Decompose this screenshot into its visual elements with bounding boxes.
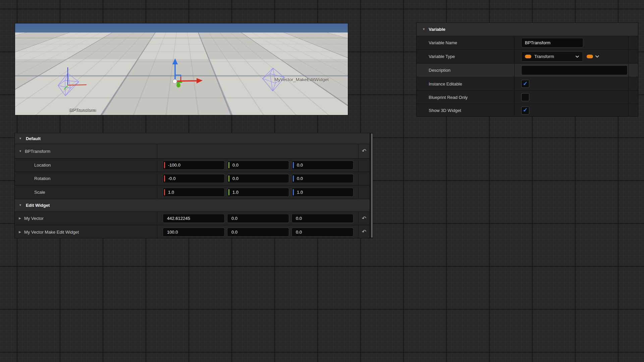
variable-name-row: Variable Name xyxy=(417,36,638,50)
variable-category-title: Variable xyxy=(429,27,445,32)
rotation-row: Rotation xyxy=(15,172,370,185)
class-defaults-panel: ▼ Default ▼ BPTransform ↶ Location xyxy=(14,133,370,238)
scale-label: Scale xyxy=(34,190,45,195)
scale-z-input[interactable] xyxy=(291,188,354,197)
collapse-arrow-icon[interactable]: ▼ xyxy=(422,28,425,31)
collapse-arrow-icon[interactable]: ▼ xyxy=(19,204,22,207)
blueprint-graph-background[interactable]: BPTransform MyVector_MakeEditWidget ▼ Va… xyxy=(0,0,644,362)
rotation-x-input[interactable] xyxy=(163,174,225,183)
collapse-arrow-icon[interactable]: ▼ xyxy=(19,137,22,140)
bptransform-widget-wireframe[interactable] xyxy=(58,73,79,96)
details-scrollbar-track[interactable] xyxy=(370,133,373,238)
location-z-input[interactable] xyxy=(291,161,354,170)
expand-arrow-icon[interactable]: ▶ xyxy=(19,217,21,220)
rotation-label: Rotation xyxy=(34,176,50,181)
gizmo-x-axis-arrow[interactable] xyxy=(177,81,198,81)
my-vector-z-input[interactable] xyxy=(291,214,354,223)
translate-gizmo[interactable] xyxy=(172,58,203,87)
my-vector-label: My Vector xyxy=(24,216,44,221)
variable-type-row: Variable Type Transform xyxy=(417,50,638,63)
my-vector-z-field xyxy=(291,214,354,223)
my-vector-make-x-field xyxy=(163,228,225,237)
container-single-pill-icon xyxy=(587,55,593,58)
myvector-widget-label: MyVector_MakeEditWidget xyxy=(274,77,329,82)
rotation-z-field xyxy=(291,174,354,183)
my-vector-x-input[interactable] xyxy=(163,214,225,223)
bptransform-value-area xyxy=(157,144,358,158)
x-axis-color-bar xyxy=(164,162,165,168)
location-z-field xyxy=(291,161,354,170)
my-vector-make-z-field xyxy=(291,228,354,237)
description-row: Description xyxy=(417,64,638,77)
show-3d-widget-label: Show 3D Widget xyxy=(429,108,461,113)
y-axis-color-bar xyxy=(228,189,229,195)
description-input[interactable] xyxy=(521,65,628,75)
my-vector-y-input[interactable] xyxy=(227,214,289,223)
default-category-header[interactable]: ▼ Default xyxy=(15,133,370,144)
bptransform-actor-label: BPTransform xyxy=(69,107,96,112)
collapse-arrow-icon[interactable]: ▼ xyxy=(19,150,22,153)
variable-details-panel: ▼ Variable Variable Name Variable Type T… xyxy=(416,22,638,117)
expand-arrow-icon[interactable]: ▶ xyxy=(19,231,21,234)
variable-type-dropdown[interactable]: Transform xyxy=(521,51,583,62)
x-axis-color-bar xyxy=(164,189,165,195)
level-viewport[interactable]: BPTransform MyVector_MakeEditWidget xyxy=(15,23,348,115)
my-vector-x-field xyxy=(163,214,225,223)
bptransform-row: ▼ BPTransform ↶ xyxy=(15,144,370,159)
instance-editable-checkbox[interactable]: ✓ xyxy=(521,80,529,88)
scale-y-field xyxy=(227,188,289,197)
description-label: Description xyxy=(429,68,450,73)
location-label: Location xyxy=(34,163,51,168)
gizmo-center-handle[interactable] xyxy=(173,79,177,84)
show-3d-widget-checkbox[interactable]: ✓ xyxy=(521,107,529,115)
chevron-down-icon xyxy=(595,55,599,58)
location-x-input[interactable] xyxy=(163,161,225,170)
edit-widget-category-title: Edit Widget xyxy=(26,203,50,208)
variable-type-label: Variable Type xyxy=(429,54,455,59)
variable-name-input[interactable] xyxy=(521,38,583,48)
check-icon: ✓ xyxy=(523,81,528,86)
z-axis-color-bar xyxy=(293,189,294,195)
blueprint-read-only-label: Blueprint Read Only xyxy=(429,95,468,100)
edit-widget-category-header[interactable]: ▼ Edit Widget xyxy=(15,199,370,212)
rotation-y-input[interactable] xyxy=(227,174,289,183)
location-y-input[interactable] xyxy=(227,161,289,170)
location-row: Location xyxy=(15,159,370,172)
my-vector-make-x-input[interactable] xyxy=(163,228,225,237)
my-vector-make-z-input[interactable] xyxy=(291,228,354,237)
reset-to-default-button[interactable]: ↶ xyxy=(362,229,366,235)
transform-type-pill-icon xyxy=(525,55,531,58)
gizmo-x-arrowhead[interactable] xyxy=(197,78,203,83)
rotation-z-input[interactable] xyxy=(291,174,354,183)
rotation-y-field xyxy=(227,174,289,183)
variable-type-value: Transform xyxy=(534,54,572,59)
rotation-x-field xyxy=(163,174,225,183)
instance-editable-row: Instance Editable ✓ xyxy=(417,77,638,90)
reset-to-default-button[interactable]: ↶ xyxy=(362,148,366,154)
default-category-title: Default xyxy=(26,136,41,141)
scale-y-input[interactable] xyxy=(227,188,289,197)
y-axis-color-bar xyxy=(228,175,229,182)
container-type-dropdown[interactable] xyxy=(587,55,599,58)
z-axis-color-bar xyxy=(293,175,294,182)
my-vector-make-edit-widget-row: ▶ My Vector Make Edit Widget ↶ xyxy=(15,225,370,239)
gizmo-y-arrowhead[interactable] xyxy=(176,83,180,87)
my-vector-make-y-input[interactable] xyxy=(227,228,289,237)
y-axis-color-bar xyxy=(228,162,229,168)
scale-x-field xyxy=(163,188,225,197)
my-vector-make-y-field xyxy=(227,228,289,237)
chevron-down-icon xyxy=(575,55,579,58)
blueprint-read-only-checkbox[interactable] xyxy=(521,93,529,101)
location-y-field xyxy=(227,161,289,170)
variable-category-header[interactable]: ▼ Variable xyxy=(417,23,638,36)
details-scrollbar-thumb[interactable] xyxy=(371,133,373,238)
scale-z-field xyxy=(291,188,354,197)
bptransform-axis-lines[interactable] xyxy=(64,67,87,89)
reset-to-default-button[interactable]: ↶ xyxy=(362,216,366,221)
gizmo-z-arrowhead[interactable] xyxy=(172,58,178,64)
scale-x-input[interactable] xyxy=(163,188,225,197)
scale-row: Scale xyxy=(15,185,370,199)
my-vector-y-field xyxy=(227,214,289,223)
blueprint-read-only-row: Blueprint Read Only xyxy=(417,91,638,104)
variable-name-label: Variable Name xyxy=(429,40,457,45)
